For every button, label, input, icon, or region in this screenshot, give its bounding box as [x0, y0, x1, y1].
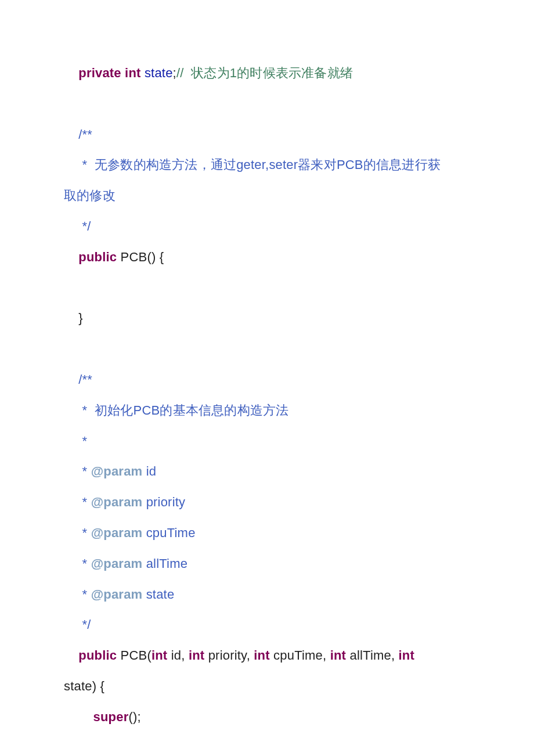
code-line: super(); [64, 702, 470, 733]
keyword: int [189, 648, 204, 663]
doc-open: /** [64, 120, 470, 150]
doc-paramname: state [142, 587, 174, 602]
doc-prefix: * [64, 495, 91, 509]
keyword: int [399, 648, 414, 663]
code-line: private int state;// 状态为1的时候表示准备就绪 [64, 58, 470, 89]
doc-paramname: priority [142, 495, 185, 509]
doc-tag: @param [91, 495, 143, 509]
doc-paramname: allTime [142, 556, 187, 571]
variable: state [145, 66, 173, 80]
indent [64, 66, 78, 80]
indent [64, 648, 78, 663]
doc-close: */ [64, 610, 470, 640]
keyword: int [151, 648, 167, 663]
code: allTime, [346, 648, 398, 663]
doc-line: * 无参数的构造方法，通过geter,seter器来对PCB的信息进行获 [64, 150, 470, 181]
keyword: public [78, 648, 117, 663]
doc-tag: @param [91, 556, 143, 571]
doc-param: * @param priority [64, 487, 470, 518]
code: cpuTime, [270, 648, 330, 663]
code: id, [167, 648, 188, 663]
indent [64, 250, 78, 264]
code-line-wrap: state) { [64, 671, 470, 702]
doc-prefix: * [64, 587, 91, 602]
code: priority, [204, 648, 254, 663]
code: PCB( [117, 648, 151, 663]
indent [64, 710, 93, 724]
doc-prefix: * [64, 525, 91, 540]
code: (); [128, 710, 140, 724]
keyword: public [78, 250, 117, 264]
doc-param: * @param cpuTime [64, 518, 470, 549]
code-line: public PCB(int id, int priority, int cpu… [64, 640, 470, 671]
keyword: int [254, 648, 269, 663]
doc-prefix: * [64, 556, 91, 571]
code: PCB() { [117, 250, 164, 264]
blank-line [64, 334, 470, 365]
doc-paramname: id [142, 464, 156, 478]
doc-line-wrap: 取的修改 [64, 181, 470, 211]
doc-open: /** [64, 365, 470, 395]
code-document: private int state;// 状态为1的时候表示准备就绪 /** *… [0, 0, 534, 756]
doc-close: */ [64, 211, 470, 242]
keyword: private int [78, 66, 140, 80]
code-line: } [64, 303, 470, 334]
doc-tag: @param [91, 587, 143, 602]
code [414, 648, 418, 663]
doc-paramname: cpuTime [142, 525, 195, 540]
doc-tag: @param [91, 464, 143, 478]
keyword: super [93, 710, 129, 724]
blank-line [64, 89, 470, 120]
keyword: int [330, 648, 346, 663]
doc-tag: @param [91, 525, 143, 540]
code-line: public PCB() { [64, 242, 470, 273]
blank-line [64, 273, 470, 304]
doc-line: * [64, 426, 470, 457]
doc-prefix: * [64, 464, 91, 478]
doc-param: * @param id [64, 456, 470, 487]
doc-line: * 初始化PCB的基本信息的构造方法 [64, 395, 470, 426]
comment: // 状态为1的时候表示准备就绪 [176, 66, 353, 80]
doc-param: * @param state [64, 579, 470, 610]
doc-param: * @param allTime [64, 549, 470, 579]
